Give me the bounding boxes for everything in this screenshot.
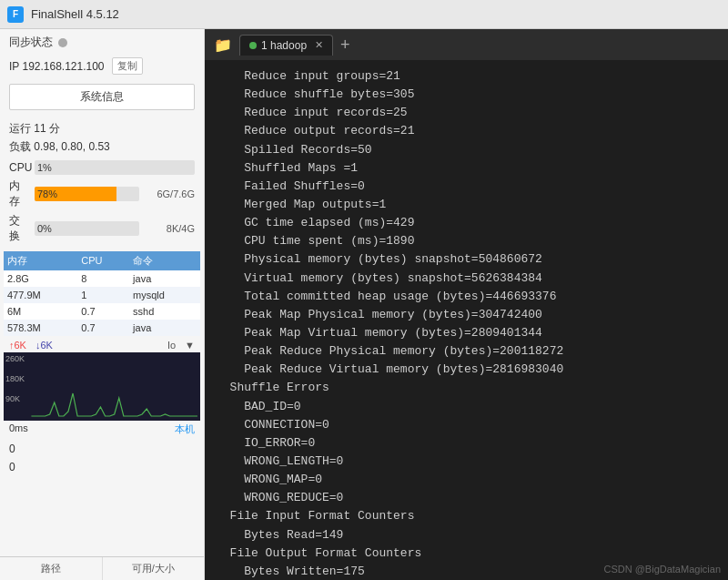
- runtime-label: 运行 11 分: [9, 119, 195, 137]
- terminal-line: Reduce input groups=21: [216, 67, 717, 86]
- tab-dot: [249, 42, 257, 49]
- terminal-line: Virtual memory (bytes) snapshot=56263843…: [216, 270, 717, 288]
- terminal-line: Reduce shuffle bytes=305: [216, 86, 717, 104]
- swap-bar: 0%: [35, 221, 139, 236]
- terminal-line: Reduce input records=25: [216, 104, 717, 122]
- terminal-line: Merged Map outputs=1: [216, 196, 717, 214]
- cpu-row: CPU 1%: [0, 158, 204, 177]
- terminal-line: Spilled Records=50: [216, 141, 717, 159]
- terminal-line: Reduce output records=21: [216, 122, 717, 140]
- col-cmd: 命令: [129, 251, 200, 270]
- app-title: FinalShell 4.5.12: [31, 7, 119, 21]
- swap-value: 0%: [37, 223, 52, 234]
- swap-fill: 0%: [35, 221, 37, 236]
- chart-label-2: 180K: [5, 374, 25, 383]
- titlebar: F FinalShell 4.5.12: [0, 0, 728, 29]
- sys-info-button[interactable]: 系统信息: [9, 84, 195, 110]
- right-panel: 📁 1 hadoop ✕ + Reduce input groups=21 Re…: [205, 29, 728, 580]
- proc-cpu: 8: [77, 270, 129, 287]
- terminal-line: GC time elapsed (ms)=429: [216, 214, 717, 232]
- proc-cmd: java: [129, 270, 200, 287]
- proc-cmd: mysqld: [129, 287, 200, 303]
- app-icon: F: [7, 6, 24, 23]
- mem-value: 78%: [37, 188, 57, 199]
- table-row[interactable]: 6M 0.7 sshd: [4, 303, 200, 320]
- cpu-fill: 1%: [35, 160, 37, 175]
- mem-fill: 78%: [35, 187, 116, 201]
- swap-row: 交换 0% 8K/4G: [0, 211, 204, 246]
- terminal-line: WRONG_LENGTH=0: [216, 453, 717, 471]
- proc-cmd: sshd: [129, 303, 200, 320]
- tab-bar: 📁 1 hadoop ✕ +: [205, 29, 728, 60]
- tab-label: 1 hadoop: [261, 39, 307, 52]
- table-row[interactable]: 2.8G 8 java: [4, 270, 200, 287]
- local-button[interactable]: 本机: [175, 422, 195, 436]
- terminal-line: WRONG_REDUCE=0: [216, 489, 717, 507]
- table-row[interactable]: 578.3M 0.7 java: [4, 320, 200, 336]
- col-mem: 内存: [4, 251, 77, 270]
- terminal-line: Shuffle Errors: [216, 379, 717, 397]
- copy-button[interactable]: 复制: [112, 57, 143, 75]
- proc-cpu: 0.7: [77, 320, 129, 336]
- cpu-bar: 1%: [35, 160, 195, 175]
- terminal-line: Peak Map Physical memory (bytes)=3047424…: [216, 306, 717, 324]
- folder-icon[interactable]: 📁: [208, 36, 238, 54]
- bottom-nav: 路径 可用/大小: [0, 556, 204, 580]
- ms-row: 0ms 本机: [0, 421, 204, 438]
- chart-label-3: 90K: [5, 394, 25, 403]
- proc-mem: 6M: [4, 303, 77, 320]
- ip-row: IP 192.168.121.100 复制: [0, 56, 204, 80]
- add-tab-button[interactable]: +: [335, 36, 356, 55]
- mem-bar: 78%: [35, 187, 139, 201]
- io-arrow: ▼: [185, 340, 195, 351]
- mem-label: 内存: [9, 178, 29, 209]
- main-layout: 同步状态 IP 192.168.121.100 复制 系统信息 运行 11 分 …: [0, 29, 728, 580]
- watermark: CSDN @BigDataMagician: [603, 564, 721, 575]
- net-stats: ↑6K ↓6K Io ▼: [0, 336, 204, 352]
- terminal-line: Failed Shuffles=0: [216, 178, 717, 196]
- nav-avail[interactable]: 可用/大小: [103, 557, 205, 580]
- zero-val-1: 0: [9, 440, 195, 458]
- terminal-tab[interactable]: 1 hadoop ✕: [239, 35, 333, 56]
- chart-svg: [4, 352, 200, 421]
- terminal-line: BAD_ID=0: [216, 398, 717, 416]
- terminal-line: Peak Reduce Physical memory (bytes)=2001…: [216, 342, 717, 361]
- sync-dot: [58, 38, 67, 47]
- terminal-line: Total committed heap usage (bytes)=44669…: [216, 288, 717, 306]
- chart-label-1: 260K: [5, 354, 25, 363]
- terminal-line: Shuffled Maps =1: [216, 159, 717, 178]
- terminal-line: Peak Map Virtual memory (bytes)=28094013…: [216, 324, 717, 342]
- io-label: Io: [167, 340, 176, 351]
- terminal-line: IO_ERROR=0: [216, 434, 717, 453]
- memory-row: 内存 78% 6G/7.6G: [0, 177, 204, 211]
- proc-mem: 2.8G: [4, 270, 77, 287]
- process-table: 内存 CPU 命令 2.8G 8 java 477.9M 1 mysqld 6M…: [4, 251, 200, 336]
- col-cpu: CPU: [77, 251, 129, 270]
- zero-vals: 0 0: [0, 438, 204, 479]
- zero-val-2: 0: [9, 458, 195, 476]
- terminal-line: Physical memory (bytes) snapshot=5048606…: [216, 250, 717, 269]
- terminal-line: File Input Format Counters: [216, 507, 717, 525]
- runtime-info: 运行 11 分 负载 0.98, 0.80, 0.53: [0, 114, 204, 158]
- load-label: 负载 0.98, 0.80, 0.53: [9, 137, 195, 156]
- terminal-line: Peak Reduce Virtual memory (bytes)=28169…: [216, 361, 717, 379]
- mem-size: 6G/7.6G: [145, 188, 195, 199]
- sidebar: 同步状态 IP 192.168.121.100 复制 系统信息 运行 11 分 …: [0, 29, 205, 580]
- proc-mem: 477.9M: [4, 287, 77, 303]
- proc-cpu: 0.7: [77, 303, 129, 320]
- cpu-label: CPU: [9, 161, 29, 174]
- cpu-value: 1%: [37, 162, 52, 173]
- proc-mem: 578.3M: [4, 320, 77, 336]
- sync-label: 同步状态: [9, 35, 53, 50]
- net-up: ↑6K: [9, 340, 26, 351]
- terminal-line: CONNECTION=0: [216, 416, 717, 434]
- nav-path[interactable]: 路径: [0, 557, 103, 580]
- chart-labels: 260K 180K 90K: [5, 354, 25, 403]
- sync-row: 同步状态: [0, 29, 204, 56]
- terminal-output[interactable]: Reduce input groups=21 Reduce shuffle by…: [205, 60, 728, 580]
- terminal-line: WRONG_MAP=0: [216, 471, 717, 489]
- table-row[interactable]: 477.9M 1 mysqld: [4, 287, 200, 303]
- proc-cpu: 1: [77, 287, 129, 303]
- net-down: ↓6K: [35, 340, 53, 351]
- tab-close-button[interactable]: ✕: [315, 39, 323, 51]
